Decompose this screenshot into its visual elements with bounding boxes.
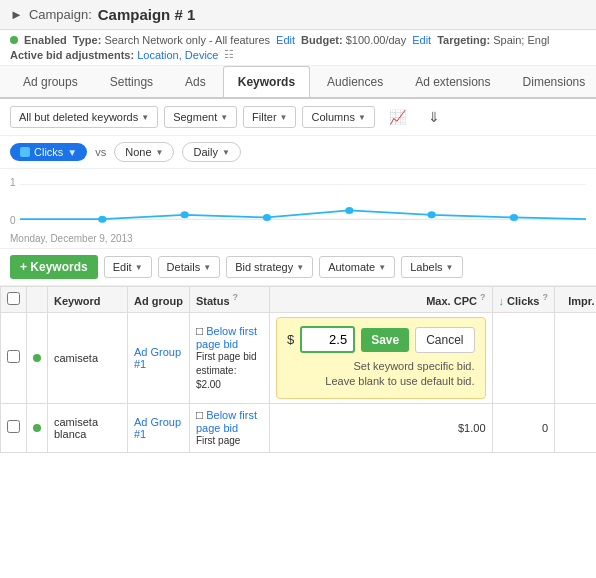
row1-status-dot <box>33 354 41 362</box>
nav-tabs: Ad groups Settings Ads Keywords Audience… <box>0 66 596 99</box>
segment-dropdown[interactable]: Segment ▼ <box>164 106 237 128</box>
period-caret: ▼ <box>222 148 230 157</box>
metric-remove-icon[interactable]: ▼ <box>67 147 77 158</box>
filter-keywords-dropdown[interactable]: All but deleted keywords ▼ <box>10 106 158 128</box>
row1-keyword-cell: camiseta <box>48 313 128 404</box>
chart-metric-toolbar: Clicks ▼ vs None ▼ Daily ▼ <box>0 136 596 169</box>
tab-keywords[interactable]: Keywords <box>223 66 310 97</box>
filter-btn-caret: ▼ <box>280 113 288 122</box>
header-max-cpc: Max. CPC ? <box>269 287 492 313</box>
type-label: Type: Search Network only - All features <box>73 34 270 46</box>
header-impr: Impr. ? <box>555 287 596 313</box>
row1-adgroup-link[interactable]: Ad Group #1 <box>134 346 181 370</box>
chart-icon: 📈 <box>389 109 406 125</box>
campaign-label: Campaign: <box>29 7 92 22</box>
tab-ads[interactable]: Ads <box>170 66 221 97</box>
budget-label: Budget: $100.00/day <box>301 34 406 46</box>
row2-adgroup-cell: Ad Group #1 <box>128 403 190 452</box>
select-all-checkbox[interactable] <box>7 292 20 305</box>
row2-checkbox[interactable] <box>7 420 20 433</box>
bid-strategy-label: Bid strategy <box>235 261 293 273</box>
tab-settings[interactable]: Settings <box>95 66 168 97</box>
row1-bid-editor-cell: $ Save Cancel Set keyword specific bid. … <box>269 313 492 404</box>
edit-caret: ▼ <box>135 263 143 272</box>
edit-label: Edit <box>113 261 132 273</box>
row2-adgroup-link[interactable]: Ad Group #1 <box>134 416 181 440</box>
add-keywords-button[interactable]: + Keywords <box>10 255 98 279</box>
row2-dot-cell <box>27 403 48 452</box>
details-caret: ▼ <box>203 263 211 272</box>
download-icon: ⇓ <box>428 109 440 125</box>
columns-button[interactable]: Columns ▼ <box>302 106 374 128</box>
status-label: Enabled <box>24 34 67 46</box>
adjustments-icon: ☷ <box>224 48 234 61</box>
row1-dot-cell <box>27 313 48 404</box>
clicks-help-icon[interactable]: ? <box>543 292 549 302</box>
svg-point-5 <box>345 207 353 214</box>
labels-caret: ▼ <box>446 263 454 272</box>
labels-dropdown[interactable]: Labels ▼ <box>401 256 462 278</box>
row1-checkbox[interactable] <box>7 350 20 363</box>
metric-clicks-pill[interactable]: Clicks ▼ <box>10 143 87 161</box>
row2-clicks: 0 <box>492 403 555 452</box>
filter-keywords-label: All but deleted keywords <box>19 111 138 123</box>
tab-audiences[interactable]: Audiences <box>312 66 398 97</box>
bid-cancel-button[interactable]: Cancel <box>415 327 474 353</box>
automate-label: Automate <box>328 261 375 273</box>
svg-point-3 <box>181 211 189 218</box>
row1-below-bid-link[interactable]: Below first page bid <box>196 325 257 350</box>
header-dot-col <box>27 287 48 313</box>
chart-toggle-button[interactable]: 📈 <box>381 105 414 129</box>
row2-status-cell: □ Below first page bid First page <box>189 403 269 452</box>
filter-button[interactable]: Filter ▼ <box>243 106 296 128</box>
edit-budget-link[interactable]: Edit <box>412 34 431 46</box>
edit-dropdown[interactable]: Edit ▼ <box>104 256 152 278</box>
row2-impr: 0 <box>555 403 596 452</box>
table-row: camiseta Ad Group #1 □ Below first page … <box>1 313 597 404</box>
cpc-help-icon[interactable]: ? <box>480 292 486 302</box>
metric-none-pill[interactable]: None ▼ <box>114 142 174 162</box>
row1-status-cell: □ Below first page bid First page bid es… <box>189 313 269 404</box>
campaign-meta: Enabled Type: Search Network only - All … <box>0 30 596 66</box>
table-row: camiseta blanca Ad Group #1 □ Below firs… <box>1 403 597 452</box>
tab-ad-extensions[interactable]: Ad extensions <box>400 66 505 97</box>
download-button[interactable]: ⇓ <box>420 105 448 129</box>
svg-point-2 <box>98 216 106 223</box>
columns-label: Columns <box>311 111 354 123</box>
details-dropdown[interactable]: Details ▼ <box>158 256 221 278</box>
segment-caret: ▼ <box>220 113 228 122</box>
none-caret: ▼ <box>156 148 164 157</box>
bid-save-button[interactable]: Save <box>361 328 409 352</box>
period-daily-pill[interactable]: Daily ▼ <box>182 142 240 162</box>
row2-status-dot <box>33 424 41 432</box>
row2-status-details: First page <box>196 435 240 446</box>
labels-label: Labels <box>410 261 442 273</box>
header-keyword: Keyword <box>48 287 128 313</box>
filter-toolbar: All but deleted keywords ▼ Segment ▼ Fil… <box>0 99 596 136</box>
automate-dropdown[interactable]: Automate ▼ <box>319 256 395 278</box>
bid-strategy-dropdown[interactable]: Bid strategy ▼ <box>226 256 313 278</box>
campaign-name: Campaign # 1 <box>98 6 196 23</box>
chart-y-bottom: 0 <box>10 215 16 226</box>
chart-y-top: 1 <box>10 177 16 188</box>
bid-input[interactable] <box>300 326 355 353</box>
clicks-sort-arrow: ↓ <box>499 295 505 307</box>
tab-ad-groups[interactable]: Ad groups <box>8 66 93 97</box>
row1-status-details: First page bid estimate: $2.00 <box>196 351 257 390</box>
columns-caret: ▼ <box>358 113 366 122</box>
row1-checkbox-cell <box>1 313 27 404</box>
edit-type-link[interactable]: Edit <box>276 34 295 46</box>
row2-below-bid-link[interactable]: Below first page bid <box>196 409 257 434</box>
header-checkbox-col <box>1 287 27 313</box>
row1-impr <box>555 313 596 404</box>
status-help-icon[interactable]: ? <box>233 292 239 302</box>
row2-keyword-cell: camiseta blanca <box>48 403 128 452</box>
metric-color-swatch <box>20 147 30 157</box>
header-clicks[interactable]: ↓ Clicks ? <box>492 287 555 313</box>
metric-clicks-label: Clicks <box>34 146 63 158</box>
row2-keyword: camiseta blanca <box>54 416 98 440</box>
tab-dimensions[interactable]: Dimensions <box>508 66 596 97</box>
row1-clicks <box>492 313 555 404</box>
keywords-table: Keyword Ad group Status ? Max. CPC ? ↓ C… <box>0 286 596 453</box>
details-label: Details <box>167 261 201 273</box>
